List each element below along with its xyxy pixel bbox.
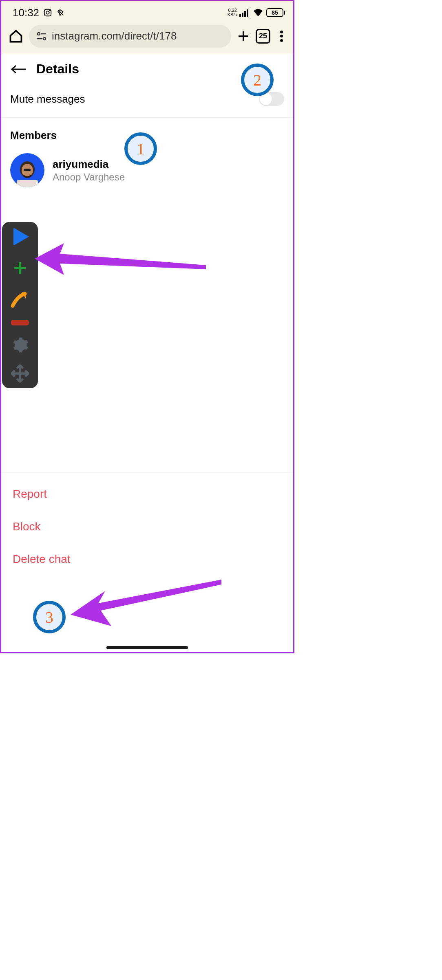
member-name: Anoop Varghese bbox=[53, 171, 125, 183]
url-text: instagram.com/direct/t/178 bbox=[52, 30, 177, 42]
status-bar: 10:32 0.22 KB/s 85 bbox=[1, 1, 293, 22]
nav-bar-handle[interactable] bbox=[106, 646, 188, 649]
svg-marker-21 bbox=[71, 580, 221, 626]
svg-rect-6 bbox=[247, 9, 248, 17]
instagram-icon bbox=[43, 8, 52, 17]
annotation-arrow-1 bbox=[35, 242, 206, 278]
svg-marker-20 bbox=[35, 243, 206, 275]
svg-rect-17 bbox=[17, 180, 38, 187]
report-button[interactable]: Report bbox=[1, 478, 293, 510]
svg-point-2 bbox=[50, 10, 51, 11]
annotation-badge-3: 3 bbox=[33, 601, 66, 633]
svg-point-9 bbox=[43, 37, 46, 40]
move-tool-icon[interactable] bbox=[11, 365, 29, 382]
site-settings-icon[interactable] bbox=[36, 32, 47, 41]
svg-point-1 bbox=[46, 11, 49, 14]
home-icon[interactable] bbox=[9, 29, 23, 44]
page-content: Details Mute messages Members ariyumedia… bbox=[1, 54, 293, 580]
avatar[interactable] bbox=[10, 153, 44, 187]
browser-menu-icon[interactable] bbox=[279, 30, 283, 43]
signal-icon bbox=[239, 9, 250, 17]
back-arrow-icon[interactable] bbox=[10, 63, 27, 75]
plus-tool-icon[interactable]: + bbox=[13, 256, 27, 279]
status-left: 10:32 bbox=[13, 7, 65, 19]
play-tool-icon[interactable] bbox=[13, 228, 29, 246]
browser-toolbar: instagram.com/direct/t/178 25 bbox=[1, 22, 293, 54]
battery-indicator: 85 bbox=[266, 8, 285, 17]
svg-rect-3 bbox=[239, 14, 241, 17]
status-right: 0.22 KB/s 85 bbox=[228, 8, 285, 17]
svg-rect-5 bbox=[244, 11, 246, 17]
member-info: ariyumedia Anoop Varghese bbox=[53, 158, 125, 183]
annotation-badge-1: 1 bbox=[124, 132, 157, 165]
new-tab-icon[interactable] bbox=[237, 30, 250, 43]
svg-rect-16 bbox=[24, 169, 31, 171]
location-off-icon bbox=[56, 8, 65, 17]
curved-arrow-tool-icon[interactable] bbox=[10, 290, 30, 309]
block-button[interactable]: Block bbox=[1, 510, 293, 543]
tab-switcher[interactable]: 25 bbox=[256, 29, 270, 44]
gear-tool-icon[interactable] bbox=[11, 336, 29, 354]
danger-actions: Report Block Delete chat bbox=[1, 472, 293, 580]
annotation-toolbar[interactable]: + bbox=[2, 222, 38, 388]
annotation-badge-2: 2 bbox=[241, 64, 274, 96]
mute-label: Mute messages bbox=[10, 93, 85, 105]
battery-level: 85 bbox=[266, 8, 283, 17]
minus-tool-icon[interactable] bbox=[11, 320, 29, 325]
clock-time: 10:32 bbox=[13, 7, 39, 19]
wifi-icon bbox=[252, 8, 264, 17]
annotation-arrow-2 bbox=[71, 580, 221, 628]
member-handle: ariyumedia bbox=[53, 158, 125, 171]
svg-point-7 bbox=[38, 33, 40, 35]
delete-chat-button[interactable]: Delete chat bbox=[1, 543, 293, 576]
svg-rect-4 bbox=[242, 13, 243, 17]
url-bar[interactable]: instagram.com/direct/t/178 bbox=[29, 25, 231, 48]
page-title: Details bbox=[36, 62, 79, 77]
data-speed: 0.22 KB/s bbox=[228, 8, 237, 17]
